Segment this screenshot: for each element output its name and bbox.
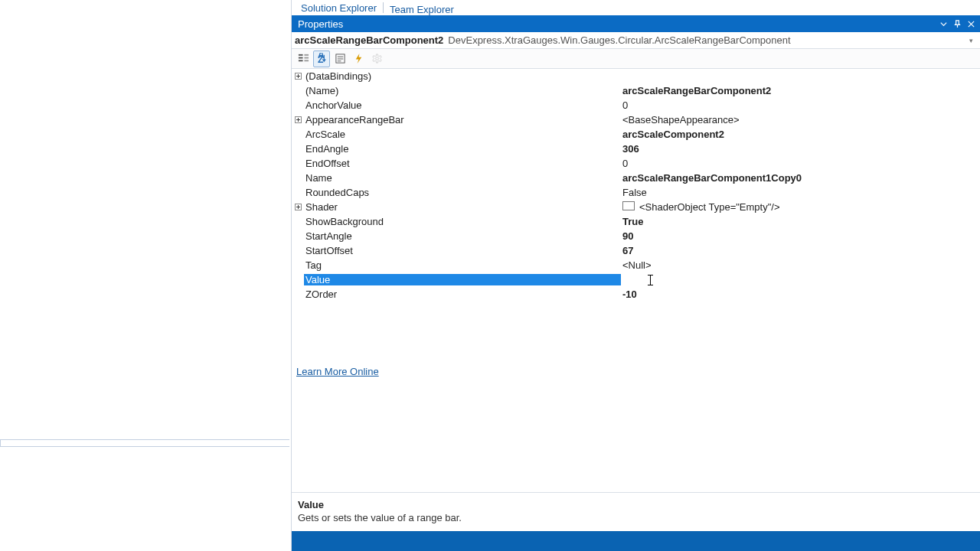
prop-anchorvalue[interactable]: AnchorValue 0 bbox=[292, 98, 980, 112]
properties-panel-titlebar: Properties bbox=[292, 15, 980, 32]
expand-icon[interactable] bbox=[295, 116, 302, 123]
prop-appearancerangebar[interactable]: AppearanceRangeBar <BaseShapeAppearance> bbox=[292, 112, 980, 127]
object-dropdown-icon[interactable]: ▾ bbox=[969, 37, 980, 44]
properties-panel-title: Properties bbox=[298, 18, 936, 30]
window-position-icon[interactable] bbox=[937, 18, 949, 30]
prop-name-paren[interactable]: (Name) arcScaleRangeBarComponent2 bbox=[292, 83, 980, 98]
svg-rect-5 bbox=[304, 60, 309, 61]
prop-tag[interactable]: Tag <Null> bbox=[292, 258, 980, 272]
svg-rect-2 bbox=[298, 60, 302, 61]
svg-point-12 bbox=[375, 57, 378, 60]
status-bar bbox=[292, 531, 980, 551]
tab-solution-explorer[interactable]: Solution Explorer bbox=[295, 2, 383, 15]
value-edit-input[interactable] bbox=[622, 273, 980, 287]
text-cursor-icon bbox=[647, 275, 654, 285]
alphabetical-view-icon[interactable]: AZ bbox=[313, 51, 330, 67]
property-description: Value Gets or sets the value of a range … bbox=[292, 492, 980, 531]
expand-icon[interactable] bbox=[295, 73, 302, 80]
left-empty-pane bbox=[0, 0, 291, 551]
tab-team-explorer[interactable]: Team Explorer bbox=[384, 3, 460, 15]
tool-window-tabs: Solution Explorer Team Explorer bbox=[292, 0, 980, 15]
prop-endoffset[interactable]: EndOffset 0 bbox=[292, 156, 980, 171]
svg-rect-1 bbox=[298, 57, 302, 59]
learn-more-link[interactable]: Learn More Online bbox=[296, 366, 379, 377]
collapsed-panel-stub bbox=[0, 439, 289, 447]
prop-endangle[interactable]: EndAngle 306 bbox=[292, 142, 980, 156]
properties-page-icon[interactable] bbox=[332, 51, 348, 67]
property-pages-icon bbox=[368, 51, 385, 67]
svg-rect-0 bbox=[298, 54, 302, 56]
prop-startangle[interactable]: StartAngle 90 bbox=[292, 229, 980, 243]
prop-databindings[interactable]: (DataBindings) bbox=[292, 69, 980, 83]
prop-shader[interactable]: Shader <ShaderObject Type="Empty"/> bbox=[292, 200, 980, 214]
object-selector[interactable]: arcScaleRangeBarComponent2 DevExpress.Xt… bbox=[292, 32, 980, 49]
shader-value-text: <ShaderObject Type="Empty"/> bbox=[639, 201, 780, 213]
autohide-pin-icon[interactable] bbox=[951, 18, 963, 30]
prop-startoffset[interactable]: StartOffset 67 bbox=[292, 243, 980, 258]
prop-arcscale[interactable]: ArcScale arcScaleComponent2 bbox=[292, 127, 980, 142]
svg-rect-11 bbox=[337, 60, 341, 61]
close-icon[interactable] bbox=[965, 18, 977, 30]
categorized-view-icon[interactable] bbox=[295, 51, 312, 67]
svg-rect-4 bbox=[304, 57, 309, 59]
properties-toolbar: AZ bbox=[292, 49, 980, 69]
events-icon[interactable] bbox=[350, 51, 367, 67]
selected-object-type: DevExpress.XtraGauges.Win.Gauges.Circula… bbox=[448, 34, 790, 46]
prop-showbackground[interactable]: ShowBackground True bbox=[292, 214, 980, 229]
svg-rect-3 bbox=[304, 54, 309, 56]
expand-icon[interactable] bbox=[295, 204, 302, 210]
description-title: Value bbox=[298, 499, 974, 510]
shader-swatch-icon bbox=[622, 201, 635, 210]
prop-value[interactable]: Value bbox=[292, 272, 980, 287]
prop-name[interactable]: Name arcScaleRangeBarComponent1Copy0 bbox=[292, 171, 980, 185]
property-grid: (DataBindings) (Name) arcScaleRangeBarCo… bbox=[292, 69, 980, 302]
selected-object-name: arcScaleRangeBarComponent2 bbox=[295, 34, 443, 46]
svg-rect-10 bbox=[337, 59, 343, 60]
description-body: Gets or sets the value of a range bar. bbox=[298, 512, 974, 523]
prop-roundedcaps[interactable]: RoundedCaps False bbox=[292, 185, 980, 200]
prop-zorder[interactable]: ZOrder -10 bbox=[292, 287, 980, 302]
svg-rect-9 bbox=[337, 57, 343, 57]
